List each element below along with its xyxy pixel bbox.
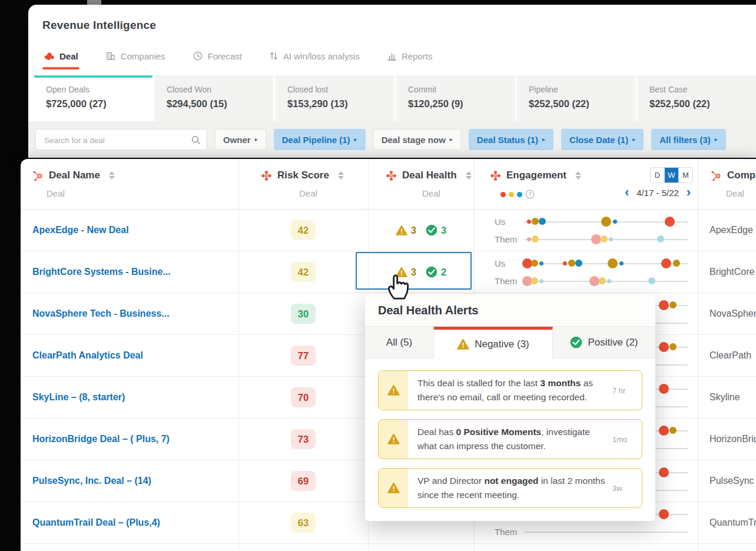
nav-tab-reports[interactable]: Reports <box>387 51 433 61</box>
period-d[interactable]: D <box>651 168 665 182</box>
summary-card-commit[interactable]: Commit$120,250 (9) <box>396 75 515 121</box>
column-title: Comp <box>727 170 755 181</box>
nav-tab-deal[interactable]: Deal <box>44 51 78 61</box>
filter-deal-stage-now[interactable]: Deal stage now▸ <box>373 129 461 150</box>
popup-tab-label: Negative (3) <box>475 338 529 350</box>
engagement-track <box>524 273 688 288</box>
filter-deal-pipeline-1[interactable]: Deal Pipeline (1)▸ <box>274 129 366 150</box>
summary-card-value: $153,290 (13) <box>287 98 382 109</box>
summary-card-open-deals[interactable]: Open Deals$725,000 (27) <box>34 75 152 121</box>
company-name: HorizonBridge <box>709 419 756 460</box>
header-card: Revenue Intelligence DealCompaniesForeca… <box>28 5 756 158</box>
engagement-dot <box>532 218 539 225</box>
risk-score-badge: 70 <box>291 387 316 407</box>
summary-card-closed-won[interactable]: Closed Won$294,500 (15) <box>155 75 273 121</box>
engagement-dot <box>669 343 677 350</box>
period-w[interactable]: W <box>665 168 679 182</box>
popup-tab-positive-2[interactable]: Positive (2) <box>553 327 655 359</box>
popup-alerts: This deal is stalled for the last 3 mont… <box>365 359 655 520</box>
column-subtitle: Deal <box>299 188 317 198</box>
hand-cursor-icon <box>383 270 413 305</box>
positive-count: 2 <box>441 267 446 278</box>
company-name: ClearPath <box>709 335 751 376</box>
filter-all-filters-3[interactable]: All filters (3)▸ <box>651 129 726 150</box>
svg-text:?: ? <box>528 191 531 197</box>
engagement-cell[interactable]: UsThem <box>495 210 698 251</box>
filter-label: Deal Pipeline (1) <box>282 135 350 145</box>
summary-card-pipeline[interactable]: Pipeline$252,500 (22) <box>517 75 635 121</box>
alert-card[interactable]: Deal has 0 Positive Moments, investigate… <box>378 419 642 459</box>
company-name: NovaSphere <box>709 293 756 334</box>
engagement-dot <box>665 217 675 227</box>
filter-owner[interactable]: Owner▸ <box>215 129 266 150</box>
engagement-track <box>524 255 688 271</box>
alert-message: This deal is stalled for the last 3 mont… <box>417 376 609 404</box>
sort-icon[interactable] <box>575 171 581 180</box>
nav-tab-ai-win-loss-analysis[interactable]: AI win/loss analysis <box>269 51 360 61</box>
alert-card[interactable]: This deal is stalled for the last 3 mont… <box>378 370 642 410</box>
engagement-track <box>524 214 688 229</box>
engagement-dot <box>601 217 611 227</box>
sort-icon[interactable] <box>109 171 115 180</box>
filter-close-date-1[interactable]: Close Date (1)▸ <box>561 129 644 150</box>
deal-name-link[interactable]: QuantumTrail Deal – (Plus,4) <box>32 502 160 543</box>
popup-tab-all-5[interactable]: All (5) <box>365 327 434 359</box>
legend-dot <box>517 192 522 197</box>
chevron-right-icon[interactable]: › <box>687 186 691 199</box>
deal-health-popup: Deal Health Alerts All (5)Negative (3)Po… <box>365 294 655 521</box>
engagement-dot <box>531 277 538 284</box>
deal-name-link[interactable]: SkyLine – (8, starter) <box>32 377 125 418</box>
nav-tab-companies[interactable]: Companies <box>105 51 165 61</box>
engagement-them-row: Them <box>495 273 698 288</box>
risk-score-badge: 42 <box>291 220 316 240</box>
engagement-cell[interactable]: UsThem <box>495 251 698 293</box>
popup-tab-negative-3[interactable]: Negative (3) <box>434 327 553 359</box>
search-input[interactable] <box>43 130 193 150</box>
deal-name-link[interactable]: HorizonBridge Deal – ( Plus, 7) <box>32 419 170 460</box>
caret-icon: ▸ <box>632 137 635 142</box>
deal-name-link[interactable]: ApexEdge - New Deal <box>32 210 129 251</box>
risk-score-badge: 42 <box>291 262 316 282</box>
engagement-us-row: Us <box>495 548 698 551</box>
deal-health-cell[interactable]: 33 <box>368 210 474 251</box>
alert-age: 1mo <box>612 420 642 459</box>
engagement-dot <box>661 258 671 268</box>
risk-score-badge: 69 <box>291 471 316 491</box>
deal-search[interactable] <box>35 129 207 150</box>
caret-icon: ▸ <box>354 137 357 142</box>
summary-card-value: $252,500 (22) <box>649 98 744 109</box>
filter-label: Owner <box>223 135 251 145</box>
nav-tab-forecast[interactable]: Forecast <box>193 51 242 61</box>
deal-name-link[interactable]: PulseSync, Inc. Deal – (14) <box>32 460 151 502</box>
deal-name-link[interactable]: NovaSphere Tech - Business... <box>32 293 170 334</box>
filter-buttons: Owner▸Deal Pipeline (1)▸Deal stage now▸D… <box>215 129 726 150</box>
engagement-dot <box>539 218 546 225</box>
filter-deal-status-1[interactable]: Deal Status (1)▸ <box>469 129 553 150</box>
date-range-label: 4/17 - 5/22 <box>636 188 679 198</box>
engagement-dot <box>601 235 608 243</box>
deal-health-cell[interactable] <box>368 544 474 551</box>
summary-card-closed-lost[interactable]: Closed lost$153,290 (13) <box>276 75 394 121</box>
engagement-dot <box>659 300 669 310</box>
alert-text: This deal is stalled for the last 3 mont… <box>408 371 612 410</box>
summary-card-best-case[interactable]: Best Case$252,500 (22) <box>638 75 756 121</box>
engagement-dot <box>648 277 655 284</box>
negative-alerts: 3 <box>396 225 416 236</box>
sort-icon[interactable] <box>338 171 344 180</box>
caret-icon: ▸ <box>450 137 453 142</box>
engagement-dot <box>659 342 669 352</box>
period-m[interactable]: M <box>679 168 692 182</box>
sort-icon[interactable] <box>466 171 472 180</box>
deal-name-link[interactable]: BrightCore Systems - Busine... <box>32 251 171 293</box>
engagement-track <box>524 524 688 539</box>
caret-icon: ▸ <box>255 137 258 142</box>
caret-icon: ▸ <box>542 137 545 142</box>
deal-name-link[interactable]: ClearPath Analytics Deal <box>32 335 143 376</box>
legend-dot <box>509 192 514 197</box>
popup-tab-label: Positive (2) <box>588 337 638 348</box>
company-name: QuantumTrail <box>709 502 756 543</box>
chevron-left-icon[interactable]: ‹ <box>625 186 629 199</box>
risk-score-badge: 30 <box>291 304 316 324</box>
alert-card[interactable]: VP and Director not engaged in last 2 mo… <box>378 468 642 508</box>
engagement-cell[interactable]: UsThem <box>495 544 698 551</box>
